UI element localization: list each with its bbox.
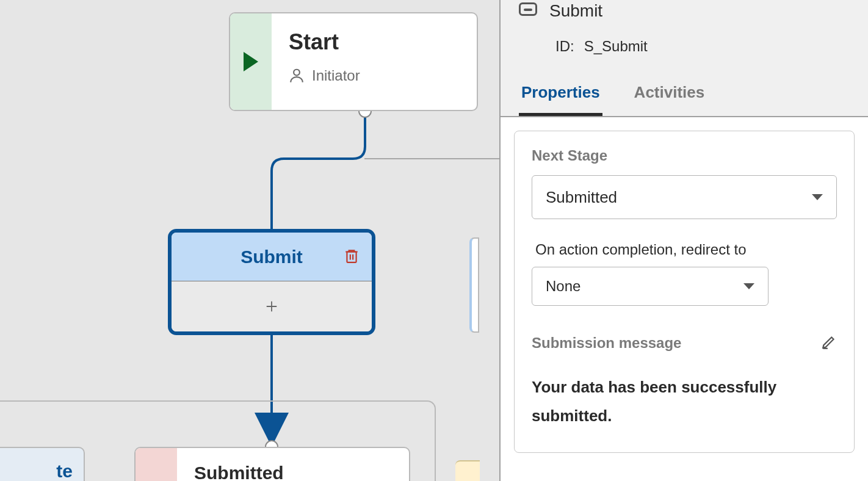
delete-button[interactable] — [344, 247, 360, 267]
next-stage-label: Next Stage — [532, 147, 837, 164]
id-value: S_Submit — [584, 38, 648, 55]
start-accent — [230, 13, 272, 110]
redirect-label: On action completion, redirect to — [535, 241, 837, 258]
svg-point-5 — [294, 70, 300, 76]
next-stage-select[interactable]: Submitted — [532, 175, 837, 219]
chevron-down-icon — [743, 283, 754, 289]
node-start-title: Start — [289, 29, 360, 55]
node-submit-title: Submit — [241, 247, 303, 267]
next-stage-value: Submitted — [546, 188, 617, 207]
node-submit[interactable]: Submit — [168, 229, 375, 335]
panel-id-row: ID: S_Submit — [555, 38, 850, 55]
panel-title-row: Submit — [519, 1, 850, 21]
submission-message-text: Your data has been successfully submitte… — [532, 373, 837, 430]
node-peek-right-1[interactable] — [469, 237, 479, 333]
node-submitted[interactable]: Submitted — [134, 447, 410, 481]
pencil-icon — [821, 334, 837, 350]
node-peek-right-2[interactable] — [455, 460, 480, 481]
panel-tabs: Properties Activities — [501, 77, 868, 117]
node-peek-left[interactable]: te — [0, 447, 85, 481]
node-submitted-title: Submitted — [177, 448, 301, 481]
node-type-icon — [519, 2, 537, 16]
add-activity-button[interactable] — [172, 281, 372, 331]
redirect-value: None — [546, 278, 580, 295]
workflow-canvas[interactable]: Start Initiator Submit — [0, 0, 499, 481]
properties-card: Next Stage Submitted On action completio… — [514, 131, 855, 453]
user-icon — [289, 68, 305, 84]
chevron-down-icon — [812, 194, 823, 200]
submitted-accent — [136, 448, 177, 481]
redirect-select[interactable]: None — [532, 267, 769, 306]
node-start-role: Initiator — [312, 67, 360, 84]
play-icon — [244, 52, 258, 71]
peek-left-text: te — [56, 461, 73, 481]
panel-title: Submit — [549, 1, 602, 21]
svg-rect-6 — [347, 251, 356, 262]
trash-icon — [344, 247, 360, 264]
edit-message-button[interactable] — [821, 334, 837, 352]
tab-activities[interactable]: Activities — [632, 77, 707, 116]
submission-message-label: Submission message — [532, 335, 681, 352]
tab-properties[interactable]: Properties — [519, 77, 602, 116]
plus-icon — [265, 300, 278, 313]
id-label: ID: — [555, 38, 574, 55]
properties-panel: Submit ID: S_Submit Properties Activitie… — [499, 0, 868, 481]
node-start[interactable]: Start Initiator — [229, 12, 478, 111]
